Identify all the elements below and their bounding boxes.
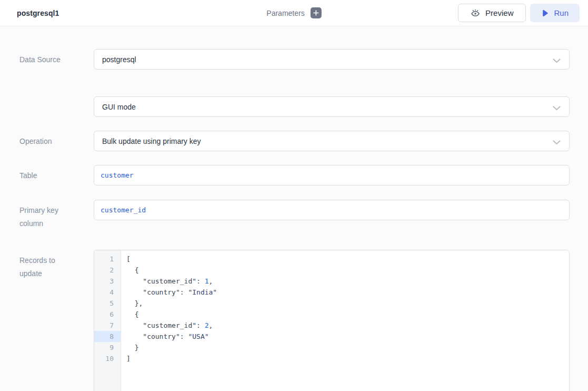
preview-button[interactable]: Preview [458, 4, 526, 22]
table-input[interactable] [94, 165, 570, 185]
line-number: 2 [94, 265, 121, 276]
line-number: 9 [94, 342, 121, 353]
query-editor-form: Data Source postgresql GUI mode Operatio… [0, 26, 588, 391]
mode-select[interactable]: GUI mode [94, 96, 570, 117]
data-source-select[interactable]: postgresql [94, 49, 570, 70]
line-number: 10 [94, 353, 121, 364]
primary-key-row: Primary key column [19, 200, 570, 230]
parameters-label: Parameters [266, 9, 304, 17]
mode-label [19, 96, 94, 117]
records-code-editor[interactable]: 12345678910 [ { "customer_id": 1, "count… [94, 250, 570, 391]
line-number: 5 [94, 298, 121, 309]
query-title: postgresql1 [17, 9, 59, 17]
operation-value: Bulk update using primary key [102, 137, 201, 145]
chevron-down-icon [553, 138, 561, 146]
table-label: Table [19, 165, 94, 185]
preview-button-label: Preview [485, 8, 513, 17]
add-parameter-button[interactable] [311, 7, 322, 18]
records-row: Records to update 12345678910 [ { "custo… [19, 250, 570, 391]
line-number: 3 [94, 276, 121, 287]
run-button[interactable]: Run [530, 4, 580, 22]
line-number: 1 [94, 253, 121, 265]
code-line: { [126, 265, 569, 276]
code-line: { [126, 309, 569, 320]
code-line: [ [126, 253, 569, 265]
play-icon [541, 9, 549, 17]
code-line: "customer_id": 1, [126, 276, 569, 287]
primary-key-label: Primary key column [19, 200, 94, 230]
code-line: }, [126, 298, 569, 309]
data-source-label: Data Source [19, 49, 94, 70]
data-source-value: postgresql [102, 55, 136, 64]
primary-key-input[interactable] [94, 200, 570, 220]
editor-gutter: 12345678910 [94, 250, 121, 391]
plus-icon [313, 10, 319, 16]
chevron-down-icon [553, 56, 561, 65]
code-line: "customer_id": 2, [126, 320, 569, 331]
line-number: 6 [94, 309, 121, 320]
query-header: postgresql1 Parameters Preview Run [0, 0, 588, 26]
run-button-label: Run [554, 8, 569, 17]
chevron-down-icon [553, 104, 561, 112]
mode-value: GUI mode [102, 103, 136, 111]
mode-row: GUI mode [19, 96, 570, 117]
line-number: 4 [94, 287, 121, 298]
operation-label: Operation [19, 131, 94, 151]
code-line: ] [126, 353, 569, 364]
code-line: "country": "USA" [126, 331, 569, 342]
records-label: Records to update [19, 250, 94, 391]
editor-code[interactable]: [ { "customer_id": 1, "country": "India"… [121, 250, 569, 391]
code-line: "country": "India" [126, 287, 569, 298]
line-number: 8 [94, 331, 121, 342]
operation-row: Operation Bulk update using primary key [19, 131, 570, 151]
eye-icon [471, 9, 480, 17]
code-line: } [126, 342, 569, 353]
operation-select[interactable]: Bulk update using primary key [94, 131, 570, 151]
data-source-row: Data Source postgresql [19, 49, 570, 70]
table-row: Table [19, 165, 570, 185]
line-number: 7 [94, 320, 121, 331]
parameters-section: Parameters [266, 0, 321, 26]
header-actions: Preview Run [458, 4, 580, 22]
